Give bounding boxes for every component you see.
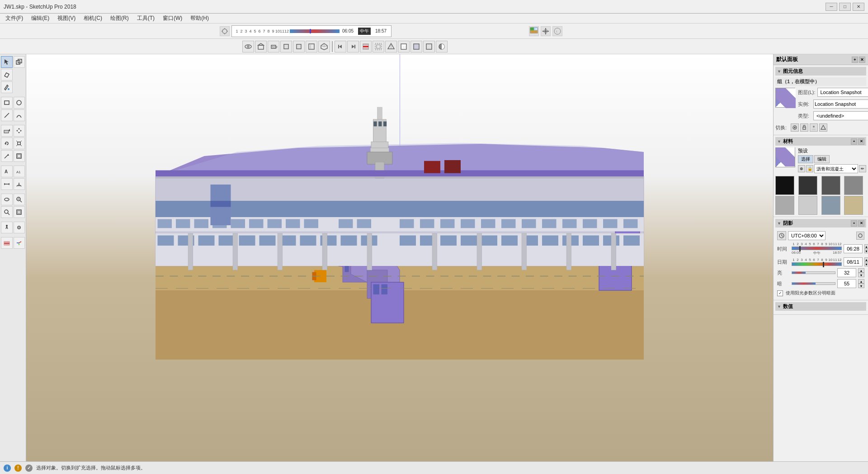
perspective-btn[interactable] [255, 41, 267, 52]
info-icon[interactable]: i [4, 465, 11, 472]
time-bar[interactable] [290, 29, 340, 33]
light-step-down[interactable]: ▼ [858, 273, 864, 277]
front-view-btn[interactable] [280, 41, 292, 52]
mat-cell-3[interactable] [844, 176, 863, 195]
switch-cast-shadow-btn[interactable] [810, 123, 818, 132]
orbit-view-btn[interactable] [242, 41, 254, 52]
dark-value-input[interactable] [837, 279, 856, 288]
orbit-tool[interactable] [1, 194, 13, 205]
eraser-tool[interactable] [1, 69, 13, 81]
date-step-up[interactable]: ▲ [864, 257, 868, 262]
zoom-fit-tool[interactable] [14, 206, 25, 218]
follow-me-tool[interactable] [1, 150, 13, 162]
menu-draw[interactable]: 绘图(R) [107, 14, 132, 23]
add-location-icon[interactable] [541, 26, 551, 36]
shadow-display-icon[interactable] [220, 26, 230, 36]
switch-lock-btn[interactable] [800, 123, 808, 132]
type-dropdown[interactable]: <undefined> [813, 111, 868, 120]
materials-select-tab[interactable]: 选择 [798, 155, 813, 163]
date-step-down[interactable]: ▼ [864, 262, 868, 266]
move-tool[interactable] [14, 125, 25, 137]
time-step-down[interactable]: ▼ [864, 249, 868, 253]
section-plane-tool[interactable] [1, 237, 13, 249]
scenes-prev-btn[interactable] [335, 41, 346, 52]
select-tool[interactable] [1, 56, 13, 68]
mat-cell-7[interactable] [844, 196, 863, 215]
shaded-btn[interactable] [410, 41, 422, 52]
right-view-btn[interactable] [293, 41, 305, 52]
shadow-settings-btn[interactable] [856, 232, 864, 240]
shadow-arrow[interactable]: ▼ [777, 221, 781, 226]
back-view-btn[interactable] [306, 41, 317, 52]
scale-tool[interactable] [14, 137, 25, 149]
scenes-next-btn[interactable] [347, 41, 359, 52]
textured-btn[interactable] [423, 41, 435, 52]
mat-cell-5[interactable] [798, 196, 817, 215]
rectangle-tool[interactable] [1, 97, 13, 109]
minimize-button[interactable]: ─ [826, 3, 837, 11]
walk-tool[interactable] [1, 222, 13, 233]
switch-glue-btn[interactable] [819, 123, 827, 132]
light-value-input[interactable] [837, 268, 856, 277]
layer-dropdown[interactable]: Location Snapshot [817, 88, 868, 97]
protractor-tool[interactable] [14, 178, 25, 190]
switch-visible-btn[interactable] [791, 123, 799, 132]
zoom-tool[interactable] [1, 206, 13, 218]
text-tool[interactable]: A [1, 166, 13, 177]
paint-bucket-tool[interactable] [1, 81, 13, 93]
utc-timezone-select[interactable]: UTC+08:00 [788, 231, 826, 240]
numeric-arrow[interactable]: ▼ [777, 304, 781, 309]
material-pattern-btn[interactable]: ⊕ [798, 165, 805, 172]
light-slider[interactable] [792, 271, 835, 274]
look-around-tool[interactable] [14, 222, 25, 233]
line-tool[interactable] [1, 109, 13, 121]
dark-step-up[interactable]: ▲ [858, 279, 864, 284]
xray-btn[interactable] [373, 41, 384, 52]
materials-edit-tab[interactable]: 编辑 [814, 155, 830, 163]
date-value-input[interactable] [844, 257, 863, 266]
panel-expand-icon[interactable]: + [852, 57, 858, 63]
dark-slider[interactable] [792, 282, 835, 285]
menu-help[interactable]: 帮助(H) [187, 14, 212, 23]
menu-view[interactable]: 视图(V) [54, 14, 79, 23]
menu-file[interactable]: 文件(F) [2, 14, 27, 23]
warn-icon[interactable]: ! [14, 465, 22, 472]
time-step-up[interactable]: ▲ [864, 244, 868, 249]
axes-tool[interactable] [14, 237, 25, 249]
maximize-button[interactable]: □ [839, 3, 851, 11]
materials-close-btn[interactable]: ✕ [858, 138, 864, 145]
geo-location-icon[interactable] [529, 26, 539, 36]
mat-cell-4[interactable] [775, 196, 794, 215]
ok-icon[interactable]: ✓ [25, 465, 33, 472]
close-button[interactable]: ✕ [853, 3, 864, 11]
clear-location-icon[interactable]: ↑ [552, 26, 562, 36]
mat-cell-1[interactable] [798, 176, 817, 195]
push-pull-tool[interactable] [1, 125, 13, 137]
material-pencil-btn[interactable]: ✏ [859, 165, 866, 172]
entity-info-arrow[interactable]: ▼ [777, 69, 781, 74]
section-plane-btn[interactable] [360, 41, 372, 52]
use-sun-checkbox[interactable] [777, 290, 783, 296]
monochrome-btn[interactable] [436, 41, 448, 52]
rotate-tool[interactable] [1, 137, 13, 149]
circle-tool[interactable] [14, 97, 25, 109]
menu-edit[interactable]: 编辑(E) [28, 14, 53, 23]
menu-camera[interactable]: 相机(C) [80, 14, 106, 23]
offset-tool[interactable] [14, 150, 25, 162]
arc-tool[interactable] [14, 109, 25, 121]
shadow-close-btn[interactable]: ✕ [858, 220, 864, 227]
mat-cell-6[interactable] [821, 196, 840, 215]
wireframe-btn[interactable] [385, 41, 397, 52]
panel-close-icon[interactable]: ✕ [859, 57, 865, 63]
component-tool[interactable] [14, 56, 25, 68]
top-view-btn[interactable]: TOP [268, 41, 279, 52]
light-step-up[interactable]: ▲ [858, 268, 864, 273]
material-lock-btn[interactable]: 🔒 [806, 165, 813, 172]
time-slider[interactable] [792, 246, 842, 250]
mat-cell-0[interactable] [775, 176, 794, 195]
dimension-tool[interactable]: A1 [14, 166, 25, 177]
date-slider[interactable] [792, 262, 842, 266]
materials-arrow[interactable]: ▼ [777, 139, 781, 144]
hidden-line-btn[interactable] [398, 41, 410, 52]
viewport[interactable] [26, 54, 773, 461]
